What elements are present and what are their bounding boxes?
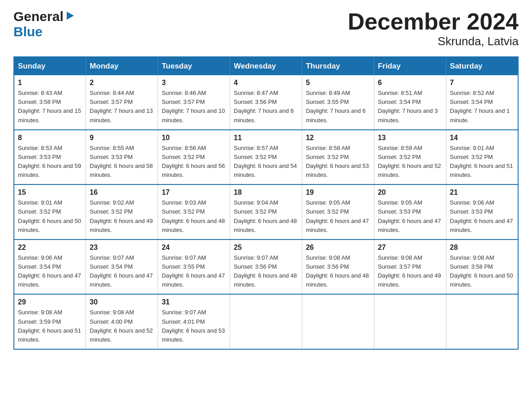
day-number: 28 (450, 244, 514, 252)
table-row: 3 Sunrise: 8:46 AMSunset: 3:57 PMDayligh… (158, 75, 230, 130)
logo: General Blue (13, 9, 75, 39)
logo-blue-text: Blue (13, 24, 43, 39)
day-number: 4 (234, 79, 298, 87)
day-info: Sunrise: 8:47 AMSunset: 3:56 PMDaylight:… (234, 89, 298, 125)
day-info: Sunrise: 9:07 AMSunset: 3:54 PMDaylight:… (90, 253, 154, 290)
day-number: 12 (306, 134, 370, 142)
calendar-week-row: 22 Sunrise: 9:06 AMSunset: 3:54 PMDaylig… (14, 240, 518, 295)
day-info: Sunrise: 8:55 AMSunset: 3:53 PMDaylight:… (90, 144, 154, 180)
day-number: 16 (90, 188, 154, 197)
table-row: 18 Sunrise: 9:04 AMSunset: 3:52 PMDaylig… (230, 184, 302, 240)
calendar-table: Sunday Monday Tuesday Wednesday Thursday… (13, 56, 519, 350)
day-number: 11 (234, 134, 298, 142)
day-number: 1 (18, 79, 82, 87)
table-row: 20 Sunrise: 9:05 AMSunset: 3:53 PMDaylig… (374, 184, 446, 240)
table-row: 4 Sunrise: 8:47 AMSunset: 3:56 PMDayligh… (230, 75, 302, 130)
calendar-week-row: 1 Sunrise: 8:43 AMSunset: 3:58 PMDayligh… (14, 75, 518, 130)
day-info: Sunrise: 9:01 AMSunset: 3:52 PMDaylight:… (18, 198, 82, 235)
day-number: 14 (450, 134, 514, 142)
table-row: 23 Sunrise: 9:07 AMSunset: 3:54 PMDaylig… (86, 240, 158, 295)
day-info: Sunrise: 8:49 AMSunset: 3:55 PMDaylight:… (306, 89, 370, 125)
table-row: 28 Sunrise: 9:08 AMSunset: 3:58 PMDaylig… (446, 240, 518, 295)
table-row: 9 Sunrise: 8:55 AMSunset: 3:53 PMDayligh… (86, 130, 158, 185)
table-row: 16 Sunrise: 9:02 AMSunset: 3:52 PMDaylig… (86, 184, 158, 240)
day-info: Sunrise: 8:59 AMSunset: 3:52 PMDaylight:… (378, 144, 442, 180)
header-saturday: Saturday (446, 57, 518, 75)
day-info: Sunrise: 9:08 AMSunset: 4:00 PMDaylight:… (90, 308, 154, 344)
page-subtitle: Skrunda, Latvia (348, 34, 519, 48)
table-row: 13 Sunrise: 8:59 AMSunset: 3:52 PMDaylig… (374, 130, 446, 185)
calendar-week-row: 8 Sunrise: 8:53 AMSunset: 3:53 PMDayligh… (14, 130, 518, 185)
day-number: 31 (162, 298, 226, 306)
table-row: 8 Sunrise: 8:53 AMSunset: 3:53 PMDayligh… (14, 130, 86, 185)
day-info: Sunrise: 9:06 AMSunset: 3:53 PMDaylight:… (450, 198, 514, 235)
table-row: 25 Sunrise: 9:07 AMSunset: 3:56 PMDaylig… (230, 240, 302, 295)
day-info: Sunrise: 8:56 AMSunset: 3:52 PMDaylight:… (162, 144, 226, 180)
day-info: Sunrise: 9:08 AMSunset: 3:56 PMDaylight:… (306, 253, 370, 290)
logo-general-text: General (13, 9, 64, 24)
day-number: 15 (18, 188, 82, 197)
table-row: 21 Sunrise: 9:06 AMSunset: 3:53 PMDaylig… (446, 184, 518, 240)
day-info: Sunrise: 9:07 AMSunset: 4:01 PMDaylight:… (162, 308, 226, 344)
header-thursday: Thursday (302, 57, 374, 75)
page-title: December 2024 (348, 9, 519, 34)
svg-marker-0 (67, 12, 74, 20)
day-number: 24 (162, 244, 226, 252)
day-number: 3 (162, 79, 226, 87)
day-info: Sunrise: 9:06 AMSunset: 3:54 PMDaylight:… (18, 253, 82, 290)
table-row (374, 294, 446, 349)
day-number: 20 (378, 188, 442, 197)
day-number: 8 (18, 134, 82, 142)
day-info: Sunrise: 8:58 AMSunset: 3:52 PMDaylight:… (306, 144, 370, 180)
day-info: Sunrise: 8:44 AMSunset: 3:57 PMDaylight:… (90, 89, 154, 125)
day-number: 17 (162, 188, 226, 197)
day-info: Sunrise: 9:08 AMSunset: 3:58 PMDaylight:… (450, 253, 514, 290)
day-info: Sunrise: 9:07 AMSunset: 3:55 PMDaylight:… (162, 253, 226, 290)
table-row: 11 Sunrise: 8:57 AMSunset: 3:52 PMDaylig… (230, 130, 302, 185)
day-info: Sunrise: 8:53 AMSunset: 3:53 PMDaylight:… (18, 144, 82, 180)
day-info: Sunrise: 9:02 AMSunset: 3:52 PMDaylight:… (90, 198, 154, 235)
day-number: 10 (162, 134, 226, 142)
table-row: 27 Sunrise: 9:08 AMSunset: 3:57 PMDaylig… (374, 240, 446, 295)
table-row: 7 Sunrise: 8:52 AMSunset: 3:54 PMDayligh… (446, 75, 518, 130)
header-friday: Friday (374, 57, 446, 75)
day-info: Sunrise: 8:51 AMSunset: 3:54 PMDaylight:… (378, 89, 442, 125)
table-row: 1 Sunrise: 8:43 AMSunset: 3:58 PMDayligh… (14, 75, 86, 130)
day-number: 29 (18, 298, 82, 306)
table-row: 2 Sunrise: 8:44 AMSunset: 3:57 PMDayligh… (86, 75, 158, 130)
page-header: General Blue December 2024 Skrunda, Latv… (13, 9, 519, 48)
day-info: Sunrise: 9:07 AMSunset: 3:56 PMDaylight:… (234, 253, 298, 290)
day-number: 13 (378, 134, 442, 142)
calendar-week-row: 15 Sunrise: 9:01 AMSunset: 3:52 PMDaylig… (14, 184, 518, 240)
day-number: 22 (18, 244, 82, 252)
day-number: 21 (450, 188, 514, 197)
day-info: Sunrise: 8:43 AMSunset: 3:58 PMDaylight:… (18, 89, 82, 125)
day-info: Sunrise: 9:05 AMSunset: 3:52 PMDaylight:… (306, 198, 370, 235)
table-row: 17 Sunrise: 9:03 AMSunset: 3:52 PMDaylig… (158, 184, 230, 240)
day-number: 7 (450, 79, 514, 87)
day-number: 25 (234, 244, 298, 252)
day-number: 18 (234, 188, 298, 197)
table-row: 15 Sunrise: 9:01 AMSunset: 3:52 PMDaylig… (14, 184, 86, 240)
day-info: Sunrise: 9:08 AMSunset: 3:57 PMDaylight:… (378, 253, 442, 290)
day-number: 5 (306, 79, 370, 87)
table-row (446, 294, 518, 349)
day-info: Sunrise: 8:46 AMSunset: 3:57 PMDaylight:… (162, 89, 226, 125)
table-row: 19 Sunrise: 9:05 AMSunset: 3:52 PMDaylig… (302, 184, 374, 240)
day-number: 27 (378, 244, 442, 252)
header-monday: Monday (86, 57, 158, 75)
table-row: 31 Sunrise: 9:07 AMSunset: 4:01 PMDaylig… (158, 294, 230, 349)
header-sunday: Sunday (14, 57, 86, 75)
table-row: 14 Sunrise: 9:01 AMSunset: 3:52 PMDaylig… (446, 130, 518, 185)
header-wednesday: Wednesday (230, 57, 302, 75)
day-number: 30 (90, 298, 154, 306)
table-row: 12 Sunrise: 8:58 AMSunset: 3:52 PMDaylig… (302, 130, 374, 185)
table-row: 6 Sunrise: 8:51 AMSunset: 3:54 PMDayligh… (374, 75, 446, 130)
day-info: Sunrise: 8:57 AMSunset: 3:52 PMDaylight:… (234, 144, 298, 180)
table-row: 22 Sunrise: 9:06 AMSunset: 3:54 PMDaylig… (14, 240, 86, 295)
table-row: 26 Sunrise: 9:08 AMSunset: 3:56 PMDaylig… (302, 240, 374, 295)
day-number: 26 (306, 244, 370, 252)
logo-arrow-icon (65, 11, 75, 22)
day-number: 19 (306, 188, 370, 197)
table-row (230, 294, 302, 349)
